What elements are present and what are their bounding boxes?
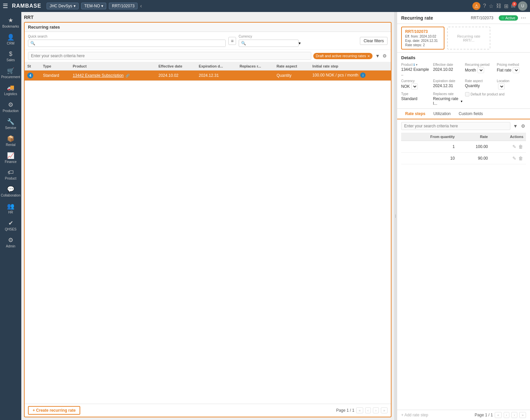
logistics-icon: 🚚 bbox=[7, 84, 14, 91]
right-page-last-button[interactable]: » bbox=[519, 412, 526, 418]
avatar[interactable]: U bbox=[518, 1, 527, 11]
rate-step-row[interactable]: 10 90.00 ✎ 🗑 bbox=[401, 153, 526, 164]
admin-icon: ⚙ bbox=[8, 236, 13, 244]
tabs-area: Rate steps Utilization Custom fields ▼ ⚙ bbox=[397, 109, 530, 420]
sidebar-item-product[interactable]: 🏷 Product bbox=[0, 167, 21, 182]
table-row[interactable]: 4 Standard 13442 Example Subscription 🔗 … bbox=[25, 70, 391, 81]
product-dropdown-icon[interactable]: ▾ bbox=[416, 63, 417, 67]
info-icon[interactable]: i bbox=[360, 72, 366, 78]
sidebar-item-bookmarks[interactable]: ★ Bookmarks bbox=[0, 15, 21, 30]
tab-custom-fields[interactable]: Custom fields bbox=[455, 109, 487, 119]
sidebar-item-service[interactable]: 🔧 Service bbox=[0, 116, 21, 132]
notification-button[interactable]: ✉ 8 bbox=[511, 3, 515, 9]
rate-step-row[interactable]: 1 100.00 ✎ 🗑 bbox=[401, 141, 526, 153]
product-label: Product bbox=[401, 63, 412, 67]
currency-detail-value: NOK bbox=[401, 84, 410, 89]
sidebar-item-production[interactable]: ⚙ Production bbox=[0, 99, 21, 115]
sidebar-item-qhses[interactable]: ✔ QHSES bbox=[0, 217, 21, 233]
clear-filters-button[interactable]: Clear filters bbox=[360, 37, 388, 45]
sidebar-item-crm[interactable]: 👤 CRM bbox=[0, 32, 21, 47]
pricing-method-select[interactable] bbox=[513, 67, 519, 73]
right-page-prev-button[interactable]: ‹ bbox=[504, 412, 510, 418]
recurring-period-select[interactable] bbox=[477, 67, 484, 73]
delete-rate-step-1-button[interactable]: 🗑 bbox=[518, 144, 523, 150]
cell-product: 13442 Example Subscription 🔗 bbox=[70, 70, 156, 81]
tab-settings-button[interactable]: ⚙ bbox=[520, 123, 526, 129]
sub-search-input[interactable] bbox=[28, 52, 311, 60]
page-prev-button[interactable]: ‹ bbox=[365, 407, 371, 413]
location-select[interactable] bbox=[498, 83, 505, 89]
sidebar-item-collaboration[interactable]: 💬 Collaboration bbox=[0, 184, 21, 199]
sidebar-label-service: Service bbox=[5, 126, 16, 130]
cell-status: 4 bbox=[25, 70, 40, 81]
template-selector[interactable]: TEM-NO ▾ bbox=[81, 3, 106, 9]
active-status-badge: Active bbox=[499, 15, 518, 21]
col-product: Product bbox=[70, 62, 156, 70]
sidebar-label-production: Production bbox=[3, 109, 19, 113]
notification-count: 8 bbox=[512, 2, 517, 6]
sidebar-item-finance[interactable]: 📈 Finance bbox=[0, 150, 21, 166]
page-first-button[interactable]: « bbox=[356, 407, 363, 413]
edit-rate-step-2-button[interactable]: ✎ bbox=[512, 155, 517, 161]
right-page-first-button[interactable]: « bbox=[495, 412, 501, 418]
alert-button[interactable]: ⚠ bbox=[472, 2, 480, 10]
sub-settings-button[interactable]: ⚙ bbox=[382, 53, 388, 59]
sidebar-item-rental[interactable]: 📦 Rental bbox=[0, 133, 21, 149]
bookmark-button[interactable]: ☆ bbox=[489, 3, 493, 9]
right-pagination: Page 1 / 1 « ‹ › » bbox=[475, 412, 526, 418]
rate-card-placeholder-line2: RRT/... bbox=[463, 38, 475, 42]
product-link[interactable]: 13442 Example Subscription bbox=[73, 73, 124, 78]
breadcrumb[interactable]: RRT/102073 bbox=[109, 3, 137, 9]
tab-filter-button[interactable]: ▼ bbox=[512, 123, 518, 129]
quick-search-input[interactable] bbox=[37, 41, 223, 46]
sidebar-item-logistics[interactable]: 🚚 Logistics bbox=[0, 82, 21, 98]
default-checkbox[interactable] bbox=[465, 92, 469, 96]
sidebar-item-procurement[interactable]: 🛒 Procurement bbox=[0, 65, 21, 81]
rate-card-exp-date: Exp. date: 2024.12.31 bbox=[405, 39, 440, 43]
detail-expiration-date: Expiration date 2024.12.31 bbox=[433, 79, 462, 89]
menu-toggle-button[interactable]: ☰ bbox=[3, 2, 8, 10]
currency-detail-select[interactable] bbox=[411, 83, 418, 89]
help-button[interactable]: ? bbox=[483, 3, 486, 9]
filter-settings-button[interactable]: ≡ bbox=[228, 37, 236, 45]
sub-filter-button[interactable]: ▼ bbox=[375, 53, 381, 59]
page-last-button[interactable]: » bbox=[381, 407, 388, 413]
edit-rate-step-1-button[interactable]: ✎ bbox=[512, 144, 517, 150]
sub-search-row: Draft and active recurring rates × ▼ ⚙ bbox=[25, 50, 391, 62]
replaces-rate-dropdown[interactable]: ▾ bbox=[461, 99, 462, 103]
right-page-next-button[interactable]: › bbox=[511, 412, 517, 418]
detail-pricing-method: Pricing method Flat rate bbox=[497, 63, 526, 76]
link-button[interactable]: ⛓ bbox=[496, 3, 501, 9]
currency-input[interactable] bbox=[247, 41, 297, 46]
create-recurring-rate-button[interactable]: + Create recurring rate bbox=[28, 406, 80, 415]
rental-icon: 📦 bbox=[7, 135, 14, 142]
currency-search-field: 🔍 ▾ bbox=[239, 40, 299, 47]
page-next-button[interactable]: › bbox=[373, 407, 379, 413]
rate-card-selected[interactable]: RRT/102073 Eff. from: 2024.10.02 Exp. da… bbox=[401, 27, 444, 50]
detail-currency: Currency NOK bbox=[401, 79, 430, 89]
active-dot bbox=[501, 17, 504, 19]
sidebar-label-admin: Admin bbox=[6, 244, 15, 248]
filter-tag-close[interactable]: × bbox=[368, 54, 370, 58]
rate-steps-table-container: From quantity Rate Actions 1 100.00 bbox=[401, 133, 526, 407]
product-value: 13442 Example .. bbox=[401, 67, 430, 76]
tab-search-input[interactable] bbox=[401, 122, 510, 130]
back-button[interactable]: ‹ bbox=[140, 3, 142, 9]
sidebar-item-hr[interactable]: 👥 HR bbox=[0, 201, 21, 216]
product-info-icon[interactable]: ℹ bbox=[413, 63, 415, 67]
right-page-info: Page 1 / 1 bbox=[475, 413, 493, 417]
cell-rate-1: 100.00 bbox=[457, 141, 491, 153]
currency-dropdown-icon: ▾ bbox=[299, 41, 301, 46]
company-label: JHC DevSys bbox=[50, 4, 72, 8]
right-panel-footer: + Add rate step Page 1 / 1 « ‹ › » bbox=[397, 410, 530, 420]
sidebar-item-admin[interactable]: ⚙ Admin bbox=[0, 234, 21, 250]
sidebar-item-sales[interactable]: $ Sales bbox=[0, 49, 21, 64]
panel-divider[interactable]: | bbox=[394, 12, 397, 420]
company-selector[interactable]: JHC DevSys ▾ bbox=[47, 3, 79, 9]
tab-utilization[interactable]: Utilization bbox=[429, 109, 455, 119]
grid-button[interactable]: ⊞ bbox=[504, 3, 508, 9]
tab-rate-steps[interactable]: Rate steps bbox=[401, 109, 429, 119]
details-section: Details Product ℹ ▾ 13442 Example .. bbox=[397, 53, 530, 109]
delete-rate-step-2-button[interactable]: 🗑 bbox=[518, 155, 523, 161]
more-options-button[interactable]: ⋯ bbox=[521, 15, 526, 21]
